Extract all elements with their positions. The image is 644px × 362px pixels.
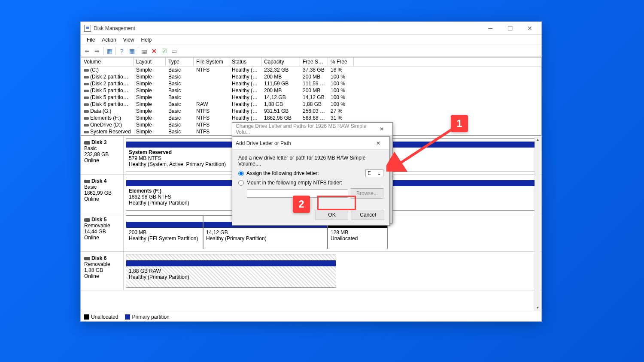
disk4-title: Disk 4 [91,178,106,184]
assign-letter-label: Assign the following drive letter: [246,170,319,176]
scroll-down-icon[interactable]: ▼ [535,305,541,311]
forward-icon[interactable]: ➡ [92,46,102,56]
volume-row[interactable]: (C:)SimpleBasicNTFSHealthy (B...232,32 G… [81,66,541,73]
disk-icon [84,257,90,260]
delete-icon[interactable]: ✕ [149,46,159,56]
volume-row[interactable]: Elements (F:)SimpleBasicNTFSHealthy (P..… [81,115,541,121]
add-drive-letter-dialog: Add Drive Letter or Path ✕ Add a new dri… [232,136,390,226]
col-layout[interactable]: Layout [134,57,166,66]
ok-highlight [317,196,356,210]
menu-file[interactable]: File [83,36,98,44]
legend-primary-icon [125,314,130,320]
col-capacity[interactable]: Capacity [261,57,300,66]
menu-help[interactable]: Help [138,36,155,44]
dialog1-close-button[interactable]: ✕ [374,123,389,136]
scroll-up-icon[interactable]: ▲ [535,137,541,143]
disk3-title: Disk 3 [91,139,106,145]
props-icon[interactable]: ▭ [169,46,179,56]
dialog2-ok-button[interactable]: OK [316,210,348,220]
dialog2-close-button[interactable]: ✕ [371,137,386,150]
assign-letter-radio[interactable] [238,171,244,176]
drive-letter-select[interactable]: E ⌄ [365,169,383,177]
dialog2-cancel-button[interactable]: Cancel [352,210,384,220]
dialog1-titlebar: Change Drive Letter and Paths for 1926 M… [232,123,392,136]
close-button[interactable]: ✕ [520,22,540,35]
disk-row-6: Disk 6 Removable 1,88 GB Online 1,88 GB … [81,252,541,290]
dialog1-title: Change Drive Letter and Paths for 1926 M… [236,123,374,135]
app-icon [84,25,91,32]
window-title: Disk Management [94,25,135,31]
disk-icon [84,180,90,183]
maximize-button[interactable]: ☐ [500,22,520,35]
annotation-2: 2 [293,196,310,213]
titlebar: Disk Management ─ ☐ ✕ [81,22,541,35]
mount-folder-radio[interactable] [238,180,244,186]
volume-row[interactable]: (Disk 5 partition 1)SimpleBasicHealthy (… [81,87,541,94]
scrollbar[interactable]: ▲ ▼ [535,137,541,311]
col-type[interactable]: Type [166,57,194,66]
volume-row[interactable]: (Disk 6 partition 1)SimpleBasicRAWHealth… [81,101,541,108]
dialog2-titlebar: Add Drive Letter or Path ✕ [232,137,389,150]
volume-row[interactable]: (Disk 2 partition 2)SimpleBasicHealthy (… [81,80,541,87]
grid-icon[interactable]: ▦ [127,46,137,56]
menu-view[interactable]: View [120,36,138,44]
partition-efi[interactable]: 200 MB Healthy (EFI System Partition) [126,215,203,249]
volume-row[interactable]: (Disk 5 partition 2)SimpleBasicHealthy (… [81,94,541,101]
help-icon[interactable]: ? [117,46,127,56]
list-icon[interactable]: ▦ [105,46,114,56]
chevron-down-icon: ⌄ [377,170,381,176]
toolbar: ⬅ ➡ ▦ ? ▦ 🖴 ✕ ☑ ▭ [81,45,541,57]
disk-icon [84,218,90,222]
legend: Unallocated Primary partition [81,312,541,321]
legend-unalloc-icon [84,314,89,320]
check-icon[interactable]: ☑ [159,46,169,56]
menubar: File Action View Help [81,35,541,45]
dialog2-title: Add Drive Letter or Path [236,140,291,146]
dialog2-description: Add a new drive letter or path for 1926 … [238,155,383,167]
col-volume[interactable]: Volume [81,57,134,66]
partition-raw[interactable]: 1,88 GB RAW Healthy (Primary Partition) [126,254,336,288]
menu-action[interactable]: Action [98,36,119,44]
disk6-title: Disk 6 [91,255,106,261]
mount-folder-label: Mount in the following empty NTFS folder… [246,180,342,186]
disk5-title: Disk 5 [91,217,106,223]
col-status[interactable]: Status [229,57,261,66]
drive-icon[interactable]: 🖴 [140,46,149,56]
back-icon[interactable]: ⬅ [82,46,92,56]
col-fs[interactable]: File System [194,57,229,66]
col-free[interactable]: Free Spa... [300,57,328,66]
disk-icon [84,141,90,145]
volume-row[interactable]: Data (G:)SimpleBasicNTFSHealthy (P...931… [81,108,541,115]
col-pct[interactable]: % Free [328,57,354,66]
minimize-button[interactable]: ─ [480,22,500,35]
annotation-1: 1 [451,115,468,132]
grid-header: Volume Layout Type File System Status Ca… [81,57,541,66]
volume-row[interactable]: (Disk 2 partition 1)SimpleBasicHealthy (… [81,73,541,80]
